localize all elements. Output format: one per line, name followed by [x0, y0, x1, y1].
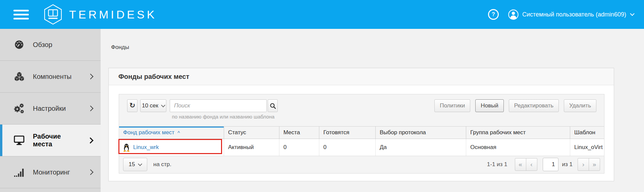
chevron-down-icon	[630, 13, 635, 16]
sidebar-item-settings[interactable]: Настройки	[0, 93, 101, 125]
status-cell: Активный	[224, 139, 279, 156]
column-header-status[interactable]: Статус	[224, 127, 279, 139]
column-header-seats[interactable]: Места	[279, 127, 319, 139]
sidebar-item-label: Настройки	[33, 105, 66, 112]
sidebar-item-components[interactable]: Компоненты	[0, 61, 101, 93]
page-size-select[interactable]: 15	[123, 158, 147, 171]
sidebar-item-label: Обзор	[33, 41, 52, 49]
chevron-down-icon	[161, 103, 165, 107]
sidebar-item-label: Компоненты	[33, 73, 71, 81]
template-cell: Linux_oVirt	[570, 139, 604, 156]
card-title: Фонды рабочих мест	[109, 68, 614, 85]
sidebar-item-label: Мониторинг	[33, 169, 70, 176]
column-header-group[interactable]: Группа рабочих мест	[466, 127, 570, 139]
avatar-icon	[508, 9, 519, 20]
per-page-label: на стр.	[153, 161, 171, 168]
pagination-group-next: › »	[578, 158, 600, 171]
page-of-total-label: из 1	[562, 161, 573, 168]
help-icon[interactable]: ?	[488, 9, 499, 20]
last-page-button[interactable]: »	[589, 158, 600, 171]
chevron-right-icon	[88, 106, 94, 111]
hamburger-menu-icon[interactable]	[13, 10, 29, 19]
column-header-fund[interactable]: Фонд рабочих мест ^	[119, 127, 224, 139]
page-number-input[interactable]	[543, 158, 558, 171]
chevron-right-icon	[88, 74, 94, 80]
edit-button[interactable]: Редактировать	[509, 99, 559, 112]
column-header-template[interactable]: Шаблон	[570, 127, 604, 139]
prev-page-button[interactable]: ‹	[526, 158, 537, 171]
user-menu[interactable]: Системный пользователь (admin609)	[508, 9, 635, 20]
table-footer: 15 на стр. 1-1 из 1 « ‹ из 1 › »	[119, 155, 604, 174]
protocol-cell: Да	[376, 139, 466, 156]
user-name: Системный пользователь (admin609)	[522, 11, 626, 18]
funds-card: Фонды рабочих мест ↻ 10 сек Политики Нов…	[108, 68, 614, 181]
next-page-button[interactable]: ›	[578, 158, 589, 171]
sorted-column-bar	[119, 127, 224, 128]
new-button[interactable]: Новый	[475, 99, 503, 112]
column-header-preparing[interactable]: Готовятся	[319, 127, 376, 139]
sort-asc-icon: ^	[177, 130, 180, 136]
search-button[interactable]	[268, 99, 278, 112]
sidebar-item-monitoring[interactable]: Мониторинг	[0, 156, 101, 188]
toolbar: ↻ 10 сек Политики Новый Редактировать Уд…	[127, 99, 596, 112]
settings-icon	[13, 103, 25, 113]
page-size-value: 15	[129, 161, 135, 168]
brand-name: TERMIDESK	[69, 8, 157, 21]
policies-button[interactable]: Политики	[434, 99, 470, 112]
linux-tux-icon	[123, 143, 130, 152]
search-hint: по названию фонда или названию шаблона	[169, 114, 277, 119]
funds-table: Фонд рабочих мест ^ Статус Места Готовят…	[119, 126, 604, 156]
chevron-down-icon	[138, 162, 143, 166]
table-header-row: Фонд рабочих мест ^ Статус Места Готовят…	[119, 126, 604, 139]
dashboard-icon	[13, 40, 25, 50]
interval-value: 10 сек	[142, 102, 158, 109]
refresh-interval-select[interactable]: 10 сек	[140, 99, 166, 112]
refresh-button[interactable]: ↻	[127, 99, 138, 112]
seats-cell: 0	[279, 139, 319, 156]
delete-button[interactable]: Удалить	[564, 99, 596, 112]
sidebar-item-workplaces[interactable]: Рабочие места	[0, 125, 101, 156]
chevron-right-icon	[88, 170, 94, 175]
components-icon	[13, 71, 25, 82]
search-input[interactable]	[170, 99, 267, 112]
range-label: 1-1 из 1	[487, 161, 507, 168]
funds-panel: ↻ 10 сек Политики Новый Редактировать Уд…	[119, 94, 604, 174]
breadcrumb: Фонды	[111, 44, 129, 51]
fund-link[interactable]: Linux_wrk	[133, 144, 159, 151]
sidebar-item-label: Рабочие места	[33, 133, 80, 148]
fund-cell: Linux_wrk	[119, 139, 224, 156]
preparing-cell: 0	[319, 139, 376, 156]
table-row[interactable]: Linux_wrk Активный 0 0 Да Основная Linux…	[119, 139, 604, 156]
group-cell: Основная	[466, 139, 570, 156]
search-icon	[270, 103, 276, 109]
monitoring-icon	[13, 167, 25, 177]
chevron-right-icon	[87, 137, 93, 143]
header-right: ? Системный пользователь (admin609)	[488, 9, 635, 20]
sidebar: Обзор Компоненты	[0, 29, 101, 192]
termidesk-logo-icon	[44, 4, 62, 25]
first-page-button[interactable]: «	[515, 158, 526, 171]
sidebar-item-overview[interactable]: Обзор	[0, 29, 101, 61]
app-header: TERMIDESK ? Системный пользователь (admi…	[0, 0, 644, 29]
brand: TERMIDESK	[44, 4, 157, 25]
refresh-icon: ↻	[129, 101, 136, 109]
workplaces-icon	[13, 135, 25, 145]
column-header-protocol[interactable]: Выбор протокола	[376, 127, 466, 139]
pagination-group-prev: « ‹	[515, 158, 537, 171]
